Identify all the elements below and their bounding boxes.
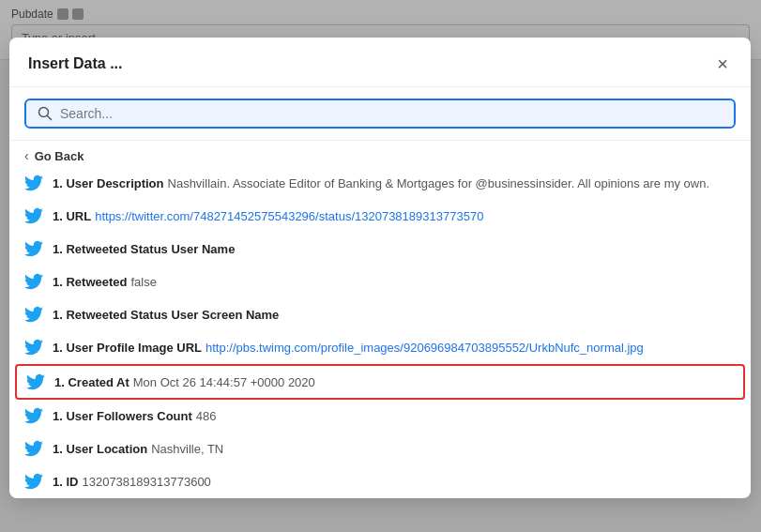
item-prefix-label: 1. User Description xyxy=(53,176,164,190)
item-label-name: Created At xyxy=(68,375,129,389)
item-text: 1. Retweetedfalse xyxy=(53,275,157,289)
item-text: 1. User Profile Image URLhttp://pbs.twim… xyxy=(53,341,644,355)
insert-data-modal: Insert Data ... × ‹ Go Back 1. User Desc… xyxy=(9,38,751,498)
svg-line-1 xyxy=(48,116,52,120)
go-back-arrow-icon: ‹ xyxy=(24,148,29,163)
item-value: https://twitter.com/748271452575543296/s… xyxy=(95,209,483,223)
twitter-icon xyxy=(26,372,45,391)
list-item-url[interactable]: 1. URLhttps://twitter.com/74827145257554… xyxy=(9,200,751,233)
modal-header: Insert Data ... × xyxy=(9,38,751,87)
item-prefix-label: 1. User Followers Count xyxy=(53,409,192,423)
twitter-icon xyxy=(24,472,43,491)
item-label-name: User Followers Count xyxy=(66,409,191,423)
modal-close-button[interactable]: × xyxy=(713,53,732,75)
list-item-id[interactable]: 1. ID1320738189313773600 xyxy=(9,465,751,498)
item-prefix-label: 1. User Location xyxy=(53,442,147,456)
list-item-user-followers-count[interactable]: 1. User Followers Count486 xyxy=(9,400,751,433)
twitter-icon xyxy=(24,338,43,357)
item-value: Mon Oct 26 14:44:57 +0000 2020 xyxy=(133,375,315,389)
list-item-user-location[interactable]: 1. User LocationNashville, TN xyxy=(9,433,751,465)
item-prefix-label: 1. Retweeted Status User Name xyxy=(53,242,235,256)
item-prefix-label: 1. Created At xyxy=(54,375,129,389)
go-back-label: Go Back xyxy=(35,149,84,163)
item-value: Nashville, TN xyxy=(151,442,223,456)
item-value: http://pbs.twimg.com/profile_images/9206… xyxy=(205,341,644,355)
item-label-name: User Description xyxy=(66,176,163,190)
item-value: false xyxy=(131,275,157,289)
item-prefix-label: 1. ID xyxy=(53,475,78,489)
twitter-icon xyxy=(24,406,43,425)
item-text: 1. ID1320738189313773600 xyxy=(53,475,211,489)
item-label-name: URL xyxy=(66,209,91,223)
item-value: 486 xyxy=(196,409,217,423)
item-prefix-label: 1. URL xyxy=(53,209,91,223)
item-text: 1. Retweeted Status User Screen Name xyxy=(53,308,279,322)
item-prefix-label: 1. Retweeted Status User Screen Name xyxy=(53,308,279,322)
item-text: 1. URLhttps://twitter.com/74827145257554… xyxy=(53,209,483,223)
list-item-user-description[interactable]: 1. User DescriptionNashvillain. Associat… xyxy=(9,167,751,200)
item-value: Nashvillain. Associate Editor of Banking… xyxy=(168,176,710,190)
twitter-icon xyxy=(24,239,43,258)
twitter-icon xyxy=(24,174,43,192)
item-label-name: Retweeted Status User Name xyxy=(66,242,235,256)
item-label-name: User Profile Image URL xyxy=(66,341,202,355)
list-item-retweeted[interactable]: 1. Retweetedfalse xyxy=(9,266,751,298)
twitter-icon xyxy=(24,206,43,225)
item-value: 1320738189313773600 xyxy=(82,475,210,489)
list-item-retweeted-status-user-screen-name[interactable]: 1. Retweeted Status User Screen Name xyxy=(9,298,751,331)
search-box xyxy=(24,99,736,129)
item-text: 1. Retweeted Status User Name xyxy=(53,242,235,256)
list-item-user-profile-image-url[interactable]: 1. User Profile Image URLhttp://pbs.twim… xyxy=(9,331,751,364)
item-text: 1. User DescriptionNashvillain. Associat… xyxy=(53,176,709,190)
item-label-name: User Location xyxy=(66,442,147,456)
item-text: 1. User LocationNashville, TN xyxy=(53,442,223,456)
twitter-icon xyxy=(24,305,43,324)
list-item-created-at[interactable]: 1. Created AtMon Oct 26 14:44:57 +0000 2… xyxy=(15,364,745,400)
search-input[interactable] xyxy=(60,106,723,121)
item-prefix-label: 1. User Profile Image URL xyxy=(53,341,202,355)
item-prefix-label: 1. Retweeted xyxy=(53,275,128,289)
go-back-button[interactable]: ‹ Go Back xyxy=(9,141,751,167)
item-label-name: Retweeted Status User Screen Name xyxy=(66,308,279,322)
search-container xyxy=(9,87,751,141)
twitter-icon xyxy=(24,272,43,291)
search-icon xyxy=(38,106,53,121)
modal-overlay: Insert Data ... × ‹ Go Back 1. User Desc… xyxy=(0,0,761,532)
items-list: 1. User DescriptionNashvillain. Associat… xyxy=(9,167,751,498)
twitter-icon xyxy=(24,439,43,458)
item-text: 1. User Followers Count486 xyxy=(53,409,217,423)
item-label-name: ID xyxy=(66,475,78,489)
modal-title: Insert Data ... xyxy=(28,55,122,72)
item-label-name: Retweeted xyxy=(66,275,127,289)
item-text: 1. Created AtMon Oct 26 14:44:57 +0000 2… xyxy=(54,375,315,389)
list-item-retweeted-status-user-name[interactable]: 1. Retweeted Status User Name xyxy=(9,233,751,266)
